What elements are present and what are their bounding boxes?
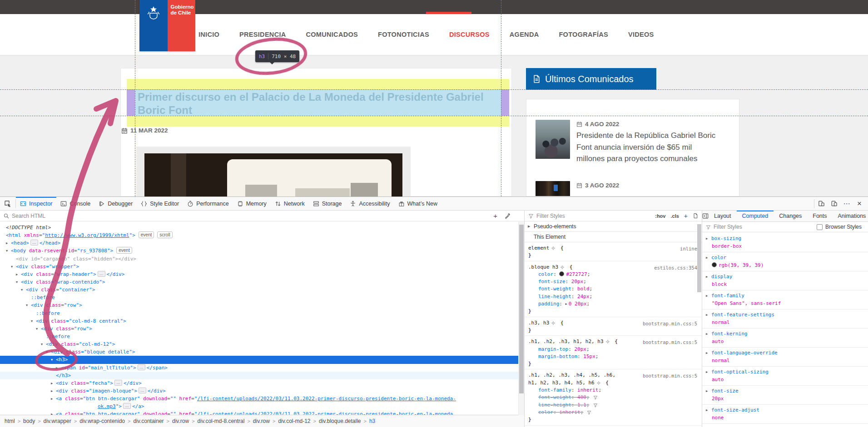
breadcrumb-item[interactable]: div.container [133, 418, 164, 424]
expand-arrow-icon[interactable]: ▶ [706, 407, 711, 414]
computed-filter-input[interactable]: Filter Styles [714, 224, 742, 230]
markup-row[interactable]: ▶<span id="main_ltTitulo">…</span> [0, 364, 524, 372]
news-item[interactable]: 4 AGO 2022Presidente de la República Gab… [536, 120, 717, 165]
expand-arrow-icon[interactable]: ▶ [51, 411, 56, 415]
css-rule[interactable]: bootstrap.min.css:5.h3, h3 {} [525, 317, 702, 336]
rule-selector[interactable]: .h1, .h2, .h3, h1, h2, h3 [528, 339, 604, 344]
expand-arrow-icon[interactable]: ▼ [31, 318, 36, 325]
markup-row[interactable]: ▼<div class="wrapper"> [0, 263, 524, 270]
rules-scrollbar[interactable] [697, 224, 701, 292]
browser-styles-checkbox[interactable] [817, 224, 823, 230]
expand-arrow-icon[interactable]: ▶ [56, 364, 61, 372]
expand-arrow-icon[interactable]: ▼ [46, 348, 51, 356]
breadcrumb-item[interactable]: div.col-md-12 [278, 418, 310, 424]
nav-item-videos[interactable]: VIDEOS [628, 31, 654, 38]
selector-highlighter-icon[interactable] [551, 321, 556, 325]
hov-toggle[interactable]: :hov [655, 213, 665, 219]
markup-row[interactable]: ▼<h3> [0, 356, 524, 363]
expand-arrow-icon[interactable]: ▶ [706, 388, 711, 395]
expand-arrow-icon[interactable]: ▶ [706, 274, 711, 281]
stylesheet-icon[interactable] [693, 213, 698, 219]
attribute-link[interactable]: /lfi-content/uploads/2022/03/11.03.2022-… [197, 411, 453, 415]
attribute-link[interactable]: ok.mp3 [98, 403, 116, 409]
computed-property[interactable]: ▶font-kerningauto [702, 329, 868, 348]
expand-arrow-icon[interactable]: ▶ [706, 331, 711, 338]
expand-arrow-icon[interactable]: ▶ [706, 369, 711, 376]
markup-row[interactable]: </h3> [0, 372, 524, 379]
responsive-mode-button[interactable] [815, 197, 827, 210]
markup-row[interactable]: ok.mp3">…</a> [0, 402, 524, 410]
close-devtools-button[interactable]: × [853, 197, 865, 210]
markup-row[interactable]: ▼<div class="bloque detalle"> [0, 348, 524, 356]
expand-arrow-icon[interactable]: ▶ [6, 240, 11, 247]
expand-arrow-icon[interactable]: ▶ [16, 271, 21, 279]
expand-arrow-icon[interactable]: ▶ [706, 236, 711, 243]
tab-performance[interactable]: Performance [183, 197, 233, 210]
nav-item-inicio[interactable]: INICIO [198, 31, 219, 38]
breadcrumb-item[interactable]: div.wrap-contenido [79, 418, 125, 424]
nav-item-presidencia[interactable]: PRESIDENCIA [239, 31, 286, 38]
expand-arrow-icon[interactable]: ▼ [16, 279, 21, 286]
markup-row[interactable]: <div id="cargando" class="hidden"></div> [0, 255, 524, 263]
css-rule[interactable]: inlineelement {} [525, 242, 702, 261]
nav-item-discursos[interactable]: DISCURSOS [449, 31, 490, 38]
markup-scrollbar[interactable] [518, 222, 524, 415]
tab-console[interactable]: Console [56, 197, 94, 210]
tab-style-editor[interactable]: Style Editor [137, 197, 183, 210]
rule-property[interactable]: margin-bottom: 15px; [528, 353, 698, 360]
pick-element-button[interactable] [0, 197, 15, 210]
badge-event[interactable]: event [139, 231, 154, 238]
markup-row[interactable]: <html xmlns="http://www.w3.org/1999/xhtm… [0, 231, 524, 239]
nav-item-fotonoticias[interactable]: FOTONOTICIAS [378, 31, 429, 38]
tab-storage[interactable]: Storage [309, 197, 346, 210]
expand-arrow-icon[interactable]: ▼ [11, 263, 16, 271]
rule-property[interactable]: font-size: 20px; [528, 278, 698, 285]
filter-styles-input[interactable]: Filter Styles [536, 213, 565, 219]
markup-row[interactable]: ▼<div class="col-md-8 central"> [0, 317, 524, 325]
tab-changes[interactable]: Changes [774, 211, 807, 221]
rule-source-link[interactable]: bootstrap.min.css:5 [643, 339, 697, 346]
selector-highlighter-icon[interactable] [551, 246, 556, 250]
breadcrumb-item[interactable]: div.bloque.detalle [319, 418, 361, 424]
nav-item-comunicados[interactable]: COMUNICADOS [306, 31, 358, 38]
rule-property[interactable]: font-family: inherit; [528, 387, 698, 394]
expand-arrow-icon[interactable]: ▶ [51, 388, 56, 395]
breadcrumb-item[interactable]: div.col-md-8.central [198, 418, 245, 424]
color-swatch[interactable] [559, 271, 564, 276]
rule-source-link[interactable]: inline [680, 245, 697, 252]
markup-row[interactable]: ▶<div class="fecha">…</div> [0, 379, 524, 387]
tab-fonts[interactable]: Fonts [807, 211, 832, 221]
markup-row[interactable]: ▶<div class="imagen-bloque">…</div> [0, 387, 524, 395]
expand-arrow-icon[interactable]: ▶ [706, 350, 711, 357]
devtools-menu-button[interactable]: ⋯ [841, 197, 853, 210]
add-node-button[interactable]: + [493, 212, 497, 220]
comunicados-header[interactable]: Últimos Comunicados [526, 68, 656, 90]
overridden-filter-icon[interactable] [593, 395, 598, 400]
rule-property[interactable]: line-height: 24px; [528, 293, 698, 300]
expand-arrow-icon[interactable]: ▼ [6, 247, 11, 255]
news-item[interactable]: 3 AGO 2022 [536, 181, 717, 196]
css-rule[interactable]: bootstrap.min.css:5.h1, .h2, .h3, .h4, .… [525, 369, 702, 425]
computed-property[interactable]: ▶box-sizingborder-box [702, 233, 868, 252]
breadcrumb-item[interactable]: div.row [172, 418, 189, 424]
markup-row[interactable]: ▶<a class="btn btn-descargar" download="… [0, 395, 524, 402]
markup-row[interactable]: ▼<div class="col-md-12"> [0, 340, 524, 348]
tab-layout[interactable]: Layout [709, 211, 737, 221]
search-html-input[interactable]: Search HTML [12, 213, 45, 219]
gobierno-logo[interactable]: Gobierno de Chile [139, 0, 195, 51]
add-rule-button[interactable]: + [684, 212, 688, 220]
expand-arrow-icon[interactable]: ▶ [706, 255, 711, 262]
rule-property[interactable]: color: inherit; [528, 409, 698, 416]
rule-property[interactable]: font-weight: 400; [528, 394, 698, 401]
nav-item-agenda[interactable]: AGENDA [510, 31, 539, 38]
computed-property[interactable]: ▶displayblock [702, 271, 868, 290]
breadcrumb-item[interactable]: div.row [253, 418, 270, 424]
tab-debugger[interactable]: Debugger [94, 197, 137, 210]
markup-scrollbar-thumb[interactable] [519, 225, 524, 393]
markup-row[interactable]: ::before [0, 309, 524, 317]
computed-property[interactable]: ▶font-language-overridenormal [702, 348, 868, 367]
computed-property[interactable]: ▶colorrgb(39, 39, 39) [702, 252, 868, 271]
expand-arrow-icon[interactable]: ▼ [41, 341, 46, 348]
markup-row[interactable]: ::before [0, 333, 524, 340]
rule-property[interactable]: padding: ▶0 20px; [528, 300, 698, 308]
